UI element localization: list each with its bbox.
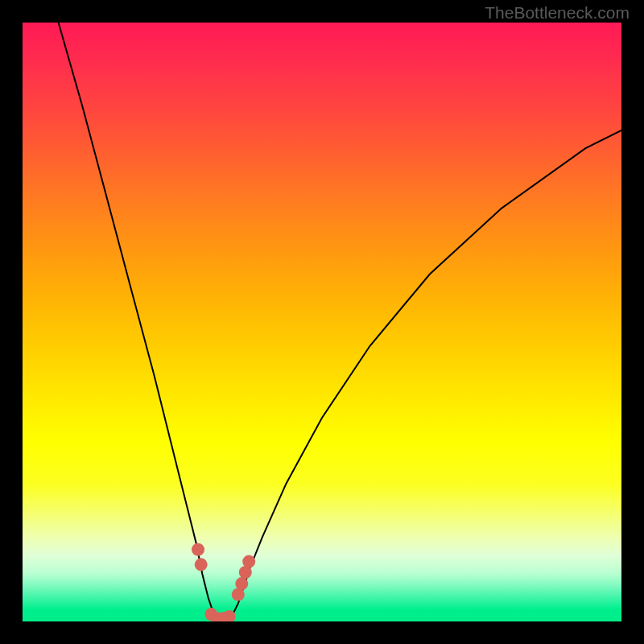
plot-area <box>23 23 621 621</box>
marker-point <box>235 577 248 590</box>
marker-point <box>242 555 255 568</box>
watermark-text: TheBottleneck.com <box>485 3 630 23</box>
chart-svg <box>23 23 621 621</box>
marker-point <box>195 558 208 571</box>
bottleneck-curve <box>59 23 621 621</box>
highlight-markers <box>192 543 255 621</box>
marker-point <box>192 543 204 556</box>
